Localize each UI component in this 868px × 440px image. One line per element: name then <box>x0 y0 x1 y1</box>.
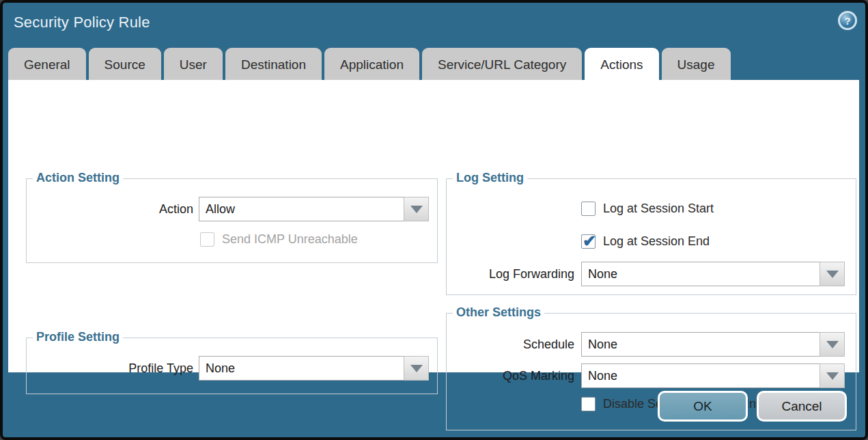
tab-service-url-category[interactable]: Service/URL Category <box>422 48 582 80</box>
tab-source[interactable]: Source <box>89 48 161 80</box>
cancel-button-label: Cancel <box>781 399 822 414</box>
chevron-down-icon <box>826 341 839 348</box>
profile-type-dropdown[interactable]: None <box>199 356 429 381</box>
log-at-session-start-label: Log at Session Start <box>603 201 714 217</box>
security-policy-rule-dialog: Security Policy Rule ? General Source Us… <box>0 0 868 440</box>
tab-label: User <box>180 57 207 72</box>
tab-label: Usage <box>677 57 715 72</box>
qos-marking-dropdown[interactable]: None <box>581 363 845 388</box>
schedule-dropdown-button[interactable] <box>820 332 845 357</box>
action-dropdown[interactable]: Allow <box>199 197 429 221</box>
tab-label: General <box>24 57 70 72</box>
tab-label: Source <box>104 57 145 72</box>
profile-setting-legend: Profile Setting <box>33 330 123 344</box>
send-icmp-unreachable-label: Send ICMP Unreachable <box>222 232 358 247</box>
schedule-dropdown-value: None <box>581 332 820 357</box>
tab-actions[interactable]: Actions <box>585 48 658 80</box>
dialog-title: Security Policy Rule <box>14 14 150 31</box>
schedule-dropdown[interactable]: None <box>581 332 845 357</box>
qos-marking-label: QoS Marking <box>411 363 574 388</box>
question-mark-glyph: ? <box>844 15 850 27</box>
profile-type-dropdown-value: None <box>199 356 404 381</box>
tab-label: Service/URL Category <box>438 57 566 72</box>
ok-button-label: OK <box>693 399 712 414</box>
profile-type-label: Profile Type <box>26 356 193 381</box>
other-settings-legend: Other Settings <box>453 305 544 320</box>
ok-button[interactable]: OK <box>658 391 748 422</box>
send-icmp-unreachable-checkbox: ✔ <box>200 232 214 247</box>
tab-destination[interactable]: Destination <box>225 48 322 80</box>
log-at-session-start-checkbox[interactable]: ✔ <box>581 202 596 216</box>
tab-label: Application <box>340 57 404 72</box>
log-setting-legend: Log Setting <box>453 171 527 185</box>
action-dropdown-button[interactable] <box>404 197 429 221</box>
log-at-session-end-label: Log at Session End <box>603 234 710 249</box>
tab-bar: General Source User Destination Applicat… <box>8 48 731 80</box>
log-forwarding-dropdown-button[interactable] <box>820 262 845 286</box>
chevron-down-icon <box>826 271 839 278</box>
checkmark-icon: ✔ <box>583 235 595 247</box>
action-setting-legend: Action Setting <box>33 171 123 185</box>
log-forwarding-dropdown-value: None <box>581 262 820 286</box>
schedule-label: Schedule <box>411 332 574 357</box>
qos-marking-dropdown-value: None <box>581 363 820 388</box>
action-label: Action <box>26 197 193 221</box>
log-forwarding-dropdown[interactable]: None <box>581 262 845 286</box>
chevron-down-icon <box>826 372 839 380</box>
help-icon[interactable]: ? <box>838 11 857 30</box>
chevron-down-icon <box>410 206 423 213</box>
tab-content-panel: Action Setting Action Allow ✔ document.c… <box>8 80 859 372</box>
qos-marking-dropdown-button[interactable] <box>820 363 845 388</box>
cancel-button[interactable]: Cancel <box>757 391 847 422</box>
log-forwarding-label: Log Forwarding <box>411 262 574 286</box>
tab-label: Actions <box>600 57 643 72</box>
tab-usage[interactable]: Usage <box>662 48 731 80</box>
tab-label: Destination <box>241 57 306 72</box>
tab-user[interactable]: User <box>164 48 223 80</box>
tab-general[interactable]: General <box>8 48 86 80</box>
log-at-session-end-checkbox[interactable]: ✔ <box>581 234 596 249</box>
disable-server-response-inspection-checkbox[interactable]: ✔ <box>581 397 596 411</box>
action-dropdown-value: Allow <box>199 197 404 221</box>
tab-application[interactable]: Application <box>324 48 419 80</box>
